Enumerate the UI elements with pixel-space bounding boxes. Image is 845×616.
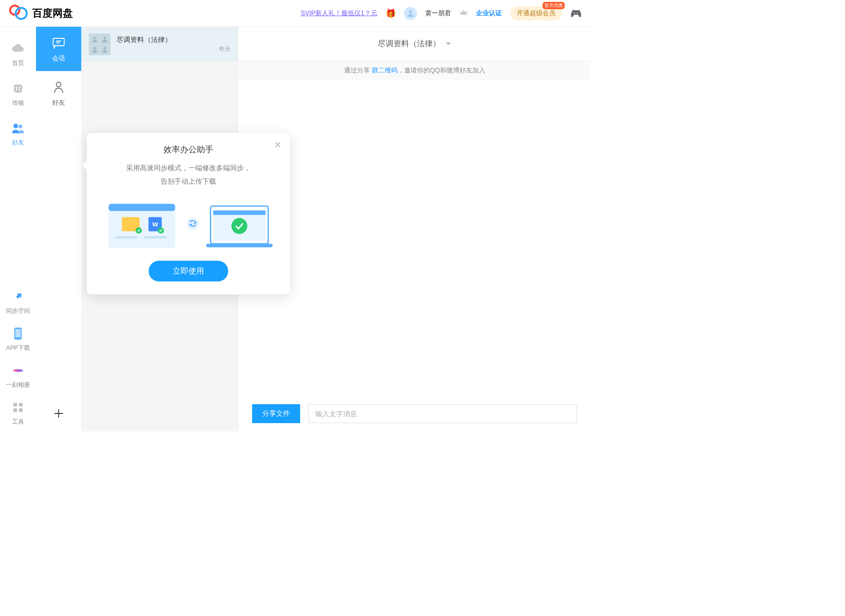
add-button[interactable] xyxy=(53,398,65,431)
svg-rect-20 xyxy=(109,204,175,211)
svg-rect-13 xyxy=(53,38,64,46)
svg-rect-10 xyxy=(19,403,23,407)
popover-arrow xyxy=(82,161,87,170)
tab-conversations[interactable]: 会话 xyxy=(36,27,81,71)
nav-transfer-label: 传输 xyxy=(12,99,24,107)
svg-rect-9 xyxy=(13,403,17,407)
primary-sidebar: 首页 传输 好友 同步空间 xyxy=(0,27,36,431)
nav-transfer[interactable]: 传输 xyxy=(0,76,36,113)
tools-icon xyxy=(11,400,25,415)
svg-rect-11 xyxy=(13,408,17,412)
nav-tools[interactable]: 工具 xyxy=(0,395,36,431)
tab-friends-label: 好友 xyxy=(52,99,65,107)
svg-point-15 xyxy=(93,36,96,39)
sync-promo-popover: ✕ 效率办公助手 采用高速同步模式，一端修改多端同步， 告别手动上传下载 xyxy=(87,133,290,294)
chat-icon xyxy=(51,35,66,51)
chat-header[interactable]: 尽调资料（法律） xyxy=(238,27,591,61)
gamepad-icon[interactable]: 🎮 xyxy=(570,8,582,19)
conversation-time: 昨天 xyxy=(219,45,230,53)
app-logo[interactable]: 百度网盘 xyxy=(9,4,73,23)
group-avatar-icon xyxy=(89,33,111,55)
nav-home[interactable]: 首页 xyxy=(0,36,36,73)
svip-pill-label: 开通超级会员 xyxy=(517,9,555,17)
tab-conversations-label: 会话 xyxy=(52,54,65,63)
open-svip-button[interactable]: 开通超级会员 首充优惠 xyxy=(510,6,562,20)
transfer-icon xyxy=(11,81,25,96)
cloud-icon xyxy=(11,42,25,56)
tab-friends[interactable]: 好友 xyxy=(36,71,81,115)
svg-rect-31 xyxy=(213,210,266,215)
svg-point-14 xyxy=(56,82,61,87)
popover-cta-button[interactable]: 立即使用 xyxy=(149,261,228,281)
svg-rect-12 xyxy=(19,408,23,412)
svg-rect-7 xyxy=(15,329,21,337)
conversation-title: 尽调资料（法律） xyxy=(116,36,230,44)
svg-point-16 xyxy=(104,36,106,39)
sync-icon xyxy=(11,289,25,304)
svg-point-2 xyxy=(409,10,412,13)
svg-point-28 xyxy=(187,218,199,230)
popover-illustration: W xyxy=(100,196,277,251)
svg-text:W: W xyxy=(152,221,158,228)
nav-friends-label: 好友 xyxy=(12,138,24,147)
svip-promo-link[interactable]: SVIP新人礼！最低仅1？元 xyxy=(301,9,377,18)
message-input[interactable] xyxy=(308,404,577,423)
user-avatar[interactable] xyxy=(404,7,417,20)
logo-icon xyxy=(9,4,28,23)
svg-point-18 xyxy=(104,47,106,49)
chat-input-row: 分享文件 xyxy=(238,397,591,431)
svg-rect-26 xyxy=(115,236,138,239)
nav-sync-label: 同步空间 xyxy=(6,307,30,315)
vip-crown-icon xyxy=(459,9,468,17)
svg-rect-27 xyxy=(144,236,166,239)
nav-friends[interactable]: 好友 xyxy=(0,115,36,152)
app-title: 百度网盘 xyxy=(32,6,73,20)
svip-badge: 首充优惠 xyxy=(543,2,565,9)
chevron-down-icon xyxy=(445,39,452,48)
conversation-list: 尽调资料（法律） 昨天 ✕ 效率办公助手 采用高速同步模式，一端修改多端同步， … xyxy=(81,27,238,431)
chat-panel: 尽调资料（法律） 通过分享 群二维码，邀请你的QQ和微博好友加入 分享文件 xyxy=(238,27,591,431)
enterprise-link[interactable]: 企业认证 xyxy=(476,9,502,18)
tabs-sidebar: 会话 好友 xyxy=(36,27,81,431)
app-header: 百度网盘 SVIP新人礼！最低仅1？元 🎁 黄一朋君 企业认证 开通超级会员 首… xyxy=(0,0,591,27)
chat-title: 尽调资料（法律） xyxy=(378,38,441,49)
svg-point-8 xyxy=(13,369,23,372)
nav-album-label: 一刻相册 xyxy=(6,381,30,389)
svg-point-17 xyxy=(93,47,96,49)
conversation-item[interactable]: 尽调资料（法律） 昨天 xyxy=(81,27,238,62)
nav-app-download-label: APP下载 xyxy=(6,344,30,352)
nav-home-label: 首页 xyxy=(12,59,24,67)
svg-point-5 xyxy=(18,125,22,128)
svg-point-32 xyxy=(231,218,247,234)
gift-icon[interactable]: 🎁 xyxy=(386,8,396,18)
album-icon xyxy=(11,363,25,378)
username-label[interactable]: 黄一朋君 xyxy=(425,9,451,18)
nav-tools-label: 工具 xyxy=(12,418,24,426)
popover-title: 效率办公助手 xyxy=(96,144,281,155)
qrcode-link[interactable]: 群二维码 xyxy=(372,66,398,74)
close-icon[interactable]: ✕ xyxy=(274,139,282,150)
invite-banner: 通过分享 群二维码，邀请你的QQ和微博好友加入 xyxy=(238,61,591,80)
phone-icon xyxy=(11,326,25,341)
nav-sync[interactable]: 同步空间 xyxy=(0,284,36,321)
popover-description: 采用高速同步模式，一端修改多端同步， 告别手动上传下载 xyxy=(96,161,281,188)
person-icon xyxy=(51,79,66,95)
svg-rect-33 xyxy=(206,244,272,247)
chat-messages-area xyxy=(238,80,591,397)
nav-app-download[interactable]: APP下载 xyxy=(0,321,36,358)
friends-icon xyxy=(11,121,25,136)
share-file-button[interactable]: 分享文件 xyxy=(252,404,300,423)
svg-rect-3 xyxy=(14,84,22,93)
nav-album[interactable]: 一刻相册 xyxy=(0,358,36,395)
svg-point-4 xyxy=(13,124,18,128)
